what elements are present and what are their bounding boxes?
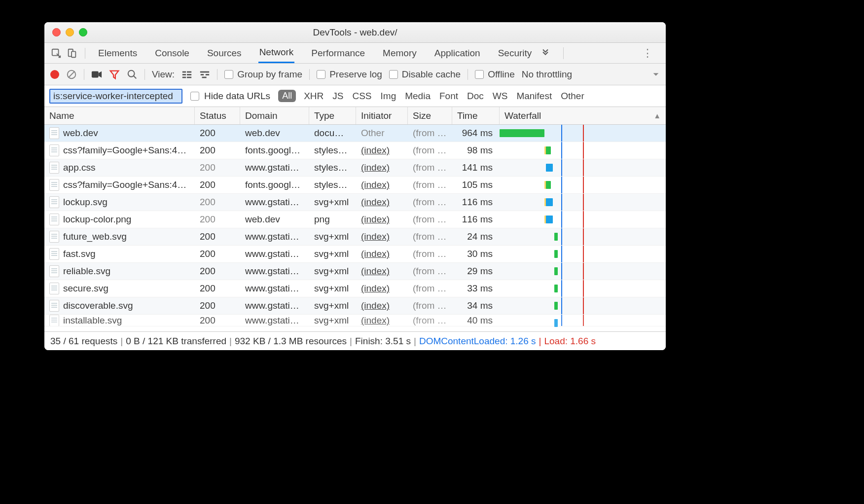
table-row[interactable]: secure.svg200www.gstati…svg+xml(index)(f… — [44, 280, 666, 297]
filter-icon[interactable] — [109, 69, 120, 80]
request-initiator[interactable]: (index) — [361, 283, 390, 294]
request-time: 40 ms — [452, 315, 500, 326]
table-row[interactable]: lockup-color.png200web.devpng(index)(fro… — [44, 211, 666, 228]
filter-type-img[interactable]: Img — [381, 91, 396, 102]
request-domain: www.gstati… — [240, 280, 309, 297]
col-type[interactable]: Type — [309, 107, 356, 124]
filter-type-xhr[interactable]: XHR — [304, 91, 324, 102]
tab-application[interactable]: Application — [433, 43, 481, 63]
request-status: 200 — [195, 246, 240, 262]
table-row[interactable]: app.css200www.gstati…styles…(index)(from… — [44, 159, 666, 177]
request-domain: www.gstati… — [240, 315, 309, 326]
request-initiator[interactable]: (index) — [361, 266, 390, 277]
col-status[interactable]: Status — [195, 107, 240, 124]
hide-data-urls-checkbox[interactable] — [190, 92, 199, 101]
request-type: svg+xml — [309, 194, 356, 211]
table-row[interactable]: fast.svg200www.gstati…svg+xml(index)(fro… — [44, 246, 666, 263]
request-type: docu… — [309, 125, 356, 142]
request-initiator[interactable]: (index) — [361, 162, 390, 173]
request-name: fast.svg — [63, 249, 95, 259]
filter-type-css[interactable]: CSS — [352, 91, 371, 102]
table-row[interactable]: discoverable.svg200www.gstati…svg+xml(in… — [44, 297, 666, 315]
offline-checkbox[interactable] — [475, 70, 484, 79]
preserve-log-checkbox[interactable] — [317, 70, 325, 79]
col-waterfall[interactable]: Waterfall ▲ — [500, 107, 666, 124]
filter-type-js[interactable]: JS — [332, 91, 343, 102]
request-initiator[interactable]: (index) — [361, 145, 390, 156]
svg-line-7 — [134, 75, 137, 78]
svg-rect-5 — [92, 71, 99, 77]
chevron-down-icon[interactable] — [652, 71, 660, 78]
col-initiator[interactable]: Initiator — [356, 107, 408, 124]
filter-type-other[interactable]: Other — [561, 91, 584, 102]
filter-type-font[interactable]: Font — [439, 91, 458, 102]
filter-type-doc[interactable]: Doc — [467, 91, 484, 102]
request-initiator[interactable]: (index) — [361, 180, 390, 190]
inspect-element-icon[interactable] — [49, 46, 63, 60]
col-time[interactable]: Time — [452, 107, 500, 124]
device-toggle-icon[interactable] — [65, 46, 79, 60]
tab-security[interactable]: Security — [497, 43, 533, 63]
table-row[interactable]: css?family=Google+Sans:4…200fonts.googl…… — [44, 177, 666, 194]
hide-data-urls-label: Hide data URLs — [204, 91, 270, 102]
tab-console[interactable]: Console — [154, 43, 190, 63]
table-row[interactable]: future_web.svg200www.gstati…svg+xml(inde… — [44, 228, 666, 246]
close-icon[interactable] — [52, 28, 61, 36]
request-domain: fonts.googl… — [240, 177, 309, 193]
filter-input-field[interactable] — [53, 91, 179, 102]
svg-rect-15 — [201, 74, 204, 75]
table-row[interactable]: installable.svg200www.gstati…svg+xml(ind… — [44, 315, 666, 326]
search-icon[interactable] — [127, 69, 138, 80]
settings-menu-icon[interactable]: ⋮ — [634, 47, 661, 60]
sort-asc-icon: ▲ — [653, 111, 661, 120]
throttling-select[interactable]: No throttling — [522, 69, 572, 80]
request-name: lockup.svg — [63, 197, 108, 208]
filter-type-manifest[interactable]: Manifest — [516, 91, 552, 102]
maximize-icon[interactable] — [79, 28, 87, 36]
request-initiator[interactable]: (index) — [361, 300, 390, 311]
request-initiator[interactable]: (index) — [361, 214, 390, 225]
table-row[interactable]: lockup.svg200www.gstati…svg+xml(index)(f… — [44, 194, 666, 211]
file-icon — [49, 265, 59, 277]
request-size: (from … — [408, 211, 452, 228]
table-row[interactable]: reliable.svg200www.gstati…svg+xml(index)… — [44, 263, 666, 280]
svg-rect-8 — [182, 71, 186, 72]
more-tabs-icon[interactable] — [539, 46, 552, 60]
file-icon — [49, 214, 59, 225]
request-initiator[interactable]: (index) — [361, 315, 390, 326]
request-time: 24 ms — [452, 228, 500, 245]
filter-type-media[interactable]: Media — [405, 91, 431, 102]
request-initiator[interactable]: (index) — [361, 197, 390, 208]
request-time: 98 ms — [452, 142, 500, 159]
group-by-frame-checkbox[interactable] — [224, 70, 233, 79]
filter-type-all[interactable]: All — [278, 90, 296, 102]
col-domain[interactable]: Domain — [240, 107, 309, 124]
request-name: future_web.svg — [63, 231, 127, 242]
clear-icon[interactable] — [66, 69, 77, 80]
request-time: 30 ms — [452, 246, 500, 262]
large-rows-icon[interactable] — [181, 70, 192, 79]
minimize-icon[interactable] — [66, 28, 74, 36]
table-row[interactable]: css?family=Google+Sans:4…200fonts.googl…… — [44, 142, 666, 159]
overview-icon[interactable] — [199, 70, 210, 79]
request-status: 200 — [195, 142, 240, 159]
filter-type-ws[interactable]: WS — [493, 91, 508, 102]
request-initiator[interactable]: (index) — [361, 231, 390, 242]
filter-input[interactable] — [49, 89, 182, 104]
tab-sources[interactable]: Sources — [206, 43, 243, 63]
tab-performance[interactable]: Performance — [310, 43, 366, 63]
file-icon — [49, 144, 59, 156]
disable-cache-checkbox[interactable] — [389, 70, 398, 79]
tab-network[interactable]: Network — [258, 43, 295, 63]
waterfall-cell — [500, 280, 666, 297]
tab-memory[interactable]: Memory — [382, 43, 418, 63]
tab-elements[interactable]: Elements — [97, 43, 138, 63]
col-name[interactable]: Name — [44, 107, 195, 124]
table-row[interactable]: web.dev200web.devdocu…Other(from …964 ms — [44, 125, 666, 142]
camera-icon[interactable] — [91, 70, 102, 79]
record-button[interactable] — [50, 70, 59, 79]
request-initiator[interactable]: (index) — [361, 249, 390, 259]
waterfall-cell — [500, 159, 666, 176]
request-domain: web.dev — [240, 211, 309, 228]
col-size[interactable]: Size — [408, 107, 452, 124]
